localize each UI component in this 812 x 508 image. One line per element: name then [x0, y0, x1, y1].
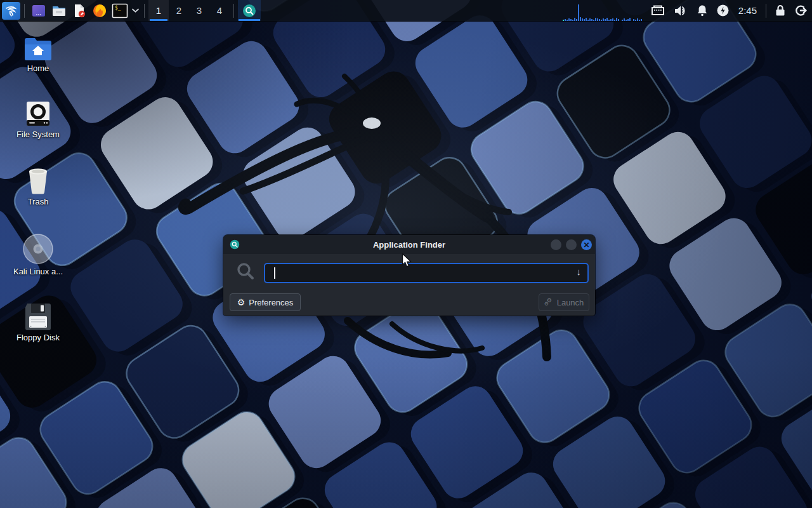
desktop-icon-kali-cd[interactable]: Kali Linux a...: [8, 234, 69, 276]
load-bar: [570, 19, 572, 21]
load-bar: [635, 20, 636, 21]
desktop-label-trash: Trash: [8, 197, 69, 206]
network-icon: [651, 5, 665, 16]
desktop-icon-floppy-disk[interactable]: Floppy Disk: [8, 302, 69, 342]
load-bar: [614, 20, 615, 21]
dropdown-arrow-icon[interactable]: ↓: [577, 266, 582, 277]
terminal-dropdown-button[interactable]: [130, 1, 140, 20]
notifications-tray-button[interactable]: [697, 0, 708, 21]
home-folder-icon: [24, 36, 52, 61]
load-bar: [637, 18, 638, 21]
terminal-prompt-glyph: $_: [115, 5, 121, 11]
lock-screen-button[interactable]: [775, 0, 786, 21]
workspace-3-label: 3: [197, 5, 202, 16]
load-bar: [618, 19, 619, 21]
load-bar: [566, 20, 568, 21]
application-finder-icon: [242, 4, 256, 18]
hard-drive-icon: [25, 100, 51, 127]
load-bar: [624, 18, 625, 21]
load-bar: [627, 19, 629, 21]
workspace-3[interactable]: 3: [189, 0, 209, 21]
workspace-2[interactable]: 2: [169, 0, 189, 21]
load-bar: [574, 18, 575, 21]
desktop-label-home: Home: [8, 64, 69, 73]
load-bar: [610, 19, 612, 21]
chevron-down-icon: [132, 8, 139, 13]
launcher-firefox[interactable]: [90, 1, 109, 20]
load-bar: [586, 18, 587, 21]
load-bar: [595, 18, 596, 21]
trash-icon: [24, 166, 52, 194]
dashboard-icon: [31, 3, 46, 18]
workspace-1[interactable]: 1: [148, 0, 169, 21]
load-bar: [606, 18, 608, 21]
close-button[interactable]: ✕: [581, 239, 592, 250]
load-bar: [629, 18, 631, 21]
launcher-text-editor[interactable]: [70, 1, 89, 20]
load-bar: [633, 19, 634, 21]
load-bar: [589, 18, 591, 21]
top-panel: $_ 1 2 3 4: [0, 0, 812, 22]
application-finder-window: Application Finder ✕ ↓ ⚙ Preferences ⚙: [223, 235, 595, 316]
launcher-file-manager[interactable]: [49, 1, 69, 20]
load-bar: [603, 18, 604, 21]
load-bar: [563, 20, 564, 21]
load-bar: [597, 18, 598, 21]
load-bar: [605, 19, 606, 21]
desktop-label-kali-linux: Kali Linux a...: [8, 267, 69, 276]
load-bar: [568, 18, 570, 21]
load-bar: [576, 19, 577, 21]
launch-button[interactable]: ⚙ ⚙ Launch: [539, 293, 589, 311]
preferences-button[interactable]: ⚙ Preferences: [230, 293, 301, 311]
power-manager-tray-button[interactable]: [717, 0, 729, 21]
load-bar: [593, 20, 594, 21]
taskbar-application-finder[interactable]: [238, 0, 261, 21]
load-bar: [641, 19, 642, 21]
volume-tray-button[interactable]: [674, 0, 688, 21]
load-bar: [582, 18, 583, 21]
desktop-icon-trash[interactable]: Trash: [8, 166, 69, 206]
search-input[interactable]: ↓: [264, 263, 589, 283]
clock[interactable]: 2:45: [738, 5, 757, 16]
panel-separator: [24, 4, 25, 18]
load-bar: [639, 20, 640, 21]
workspace-4-label: 4: [217, 5, 222, 16]
network-tray-button[interactable]: [651, 0, 665, 21]
system-load-graph[interactable]: [563, 0, 646, 22]
load-bar: [625, 20, 627, 21]
desktop-icon-home[interactable]: Home: [8, 36, 69, 73]
floppy-disk-icon: [24, 302, 52, 330]
preferences-label: Preferences: [249, 298, 293, 307]
load-bar: [565, 19, 566, 21]
load-bar: [591, 19, 593, 21]
minimize-button[interactable]: [551, 239, 561, 250]
titlebar[interactable]: Application Finder ✕: [223, 235, 595, 254]
panel-separator: [233, 4, 234, 18]
maximize-button[interactable]: [566, 239, 577, 250]
workspace-2-label: 2: [176, 5, 181, 16]
load-bar: [580, 17, 581, 21]
launcher-dashboard[interactable]: [29, 1, 48, 20]
load-bar: [584, 19, 585, 21]
load-bar: [612, 18, 613, 21]
desktop-icon-file-system[interactable]: File System: [8, 100, 69, 139]
desktop-root: $_ 1 2 3 4: [0, 0, 812, 508]
launch-label: Launch: [557, 298, 584, 307]
load-bar: [601, 20, 602, 21]
load-bar: [572, 20, 573, 21]
load-bar: [616, 18, 617, 21]
gear-icon: ⚙: [237, 298, 246, 307]
workspace-4[interactable]: 4: [209, 0, 230, 21]
launcher-terminal[interactable]: $_: [110, 1, 129, 20]
load-bar: [608, 20, 610, 21]
search-icon: [236, 262, 255, 281]
logout-button[interactable]: [795, 0, 808, 21]
close-icon: ✕: [583, 241, 589, 249]
applications-menu-button[interactable]: [2, 2, 20, 20]
text-caret: [274, 267, 275, 279]
window-title: Application Finder: [223, 240, 595, 250]
volume-icon: [674, 5, 688, 17]
kali-logo-icon: [4, 4, 18, 18]
optical-disc-icon: [23, 234, 53, 264]
desktop-label-file-system: File System: [8, 130, 69, 139]
